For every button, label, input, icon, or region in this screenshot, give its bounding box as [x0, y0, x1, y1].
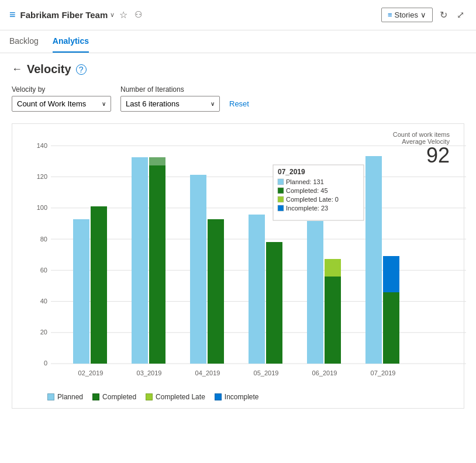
completed-bar-1[interactable] [91, 206, 107, 364]
svg-text:0: 0 [44, 360, 47, 367]
svg-rect-26 [278, 188, 284, 194]
velocity-by-chevron-icon: ∨ [102, 101, 106, 107]
iterations-label: Number of Iterations [120, 85, 220, 94]
iterations-value: Last 6 iterations [126, 99, 180, 108]
team-icon: ≡ [9, 9, 16, 21]
bar-group-3: 04_2019 [190, 175, 224, 376]
stories-chevron-icon: ∨ [420, 11, 426, 19]
velocity-by-value: Count of Work Items [17, 99, 86, 108]
svg-text:Completed Late: 0: Completed Late: 0 [286, 196, 339, 203]
back-button[interactable]: ← [12, 63, 22, 75]
right-controls: ≡ Stories ∨ ↻ ⤢ [381, 7, 467, 23]
page-content: ← Velocity ? Velocity by Count of Work I… [0, 53, 476, 418]
chart-container: 0 20 40 60 80 100 120 140 02_2019 [22, 136, 454, 387]
incomplete-swatch [215, 393, 222, 400]
svg-text:07_2019: 07_2019 [278, 168, 305, 176]
stories-icon: ≡ [388, 11, 392, 19]
tooltip: 07_2019 Planned: 131 Completed: 45 Compl… [273, 165, 364, 220]
filters-row: Velocity by Count of Work Items ∨ Number… [12, 85, 464, 112]
completed-swatch [92, 393, 99, 400]
planned-bar-4[interactable] [249, 215, 265, 364]
svg-text:60: 60 [40, 267, 47, 274]
svg-text:03_2019: 03_2019 [137, 369, 162, 376]
completed-late-bar-2[interactable] [149, 157, 165, 165]
svg-rect-24 [278, 179, 284, 185]
expand-button[interactable]: ⤢ [454, 7, 467, 23]
planned-bar-5[interactable] [307, 221, 323, 364]
svg-text:100: 100 [37, 204, 47, 211]
team-chevron-icon[interactable]: ∨ [110, 11, 115, 19]
svg-text:05_2019: 05_2019 [254, 369, 279, 376]
page-title-row: ← Velocity ? [12, 63, 464, 76]
completed-bar-5[interactable] [325, 277, 341, 364]
team-name: Fabrikam Fiber Team [20, 10, 108, 20]
svg-text:02_2019: 02_2019 [78, 369, 104, 376]
planned-label: Planned [57, 393, 83, 401]
svg-text:06_2019: 06_2019 [312, 369, 337, 376]
bar-group-6: 07_2019 [365, 156, 399, 376]
planned-bar-3[interactable] [190, 175, 206, 364]
completed-label: Completed [102, 393, 136, 401]
bar-group-5: 06_2019 [307, 221, 341, 376]
svg-text:40: 40 [40, 298, 47, 305]
planned-swatch [47, 393, 54, 400]
tab-backlog[interactable]: Backlog [9, 30, 39, 53]
velocity-by-label: Velocity by [12, 85, 111, 94]
legend-completed-late: Completed Late [146, 393, 205, 401]
page-title: Velocity [27, 63, 71, 76]
svg-text:120: 120 [37, 173, 47, 180]
iterations-dropdown[interactable]: Last 6 iterations ∨ [120, 96, 220, 112]
tab-analytics[interactable]: Analytics [53, 30, 89, 53]
svg-text:07_2019: 07_2019 [371, 369, 396, 376]
legend-completed: Completed [92, 393, 136, 401]
svg-text:140: 140 [37, 142, 47, 149]
iterations-chevron-icon: ∨ [211, 101, 215, 107]
incomplete-bar-6[interactable] [383, 256, 399, 292]
bar-group-2: 03_2019 [132, 157, 165, 376]
refresh-button[interactable]: ↻ [437, 7, 450, 23]
planned-bar-6[interactable] [365, 156, 382, 364]
people-icon[interactable]: ⚇ [134, 9, 142, 20]
legend: Planned Completed Completed Late Incompl… [22, 393, 454, 401]
bar-group-1: 02_2019 [73, 206, 107, 376]
planned-bar-1[interactable] [73, 219, 89, 364]
header-icons: ☆ ⚇ [119, 9, 142, 20]
stories-label: Stories [395, 11, 418, 19]
svg-text:80: 80 [40, 236, 47, 243]
svg-text:Incomplete: 23: Incomplete: 23 [286, 205, 328, 212]
svg-text:Planned: 131: Planned: 131 [286, 178, 324, 185]
velocity-by-dropdown[interactable]: Count of Work Items ∨ [12, 96, 111, 112]
bar-chart: 0 20 40 60 80 100 120 140 02_2019 [22, 136, 472, 387]
count-label: Count of work items [393, 131, 450, 138]
avg-velocity-value: 92 [393, 145, 450, 166]
completed-late-bar-5[interactable] [325, 259, 341, 277]
legend-planned: Planned [47, 393, 83, 401]
svg-text:04_2019: 04_2019 [195, 369, 220, 376]
velocity-by-filter: Velocity by Count of Work Items ∨ [12, 85, 111, 112]
svg-text:20: 20 [40, 329, 47, 336]
completed-bar-3[interactable] [208, 219, 224, 364]
svg-rect-28 [278, 196, 284, 202]
reset-button[interactable]: Reset [229, 96, 249, 112]
completed-bar-2[interactable] [149, 157, 165, 364]
svg-rect-30 [278, 205, 284, 211]
stories-dropdown[interactable]: ≡ Stories ∨ [381, 8, 433, 22]
iterations-filter: Number of Iterations Last 6 iterations ∨ [120, 85, 220, 112]
legend-incomplete: Incomplete [215, 393, 259, 401]
completed-bar-4[interactable] [266, 242, 282, 364]
star-icon[interactable]: ☆ [119, 9, 127, 20]
completed-bar-6[interactable] [383, 292, 399, 364]
chart-area: Count of work items Average Velocity 92 [12, 123, 464, 409]
svg-text:Completed: 45: Completed: 45 [286, 187, 328, 194]
header: ≡ Fabrikam Fiber Team ∨ ☆ ⚇ ≡ Stories ∨ … [0, 0, 476, 30]
planned-bar-2[interactable] [132, 157, 148, 364]
incomplete-label: Incomplete [225, 393, 259, 401]
nav-tabs: Backlog Analytics [0, 30, 476, 53]
help-icon[interactable]: ? [76, 64, 87, 75]
completed-late-swatch [146, 393, 153, 400]
velocity-summary: Count of work items Average Velocity 92 [393, 131, 450, 166]
completed-late-label: Completed Late [156, 393, 205, 401]
